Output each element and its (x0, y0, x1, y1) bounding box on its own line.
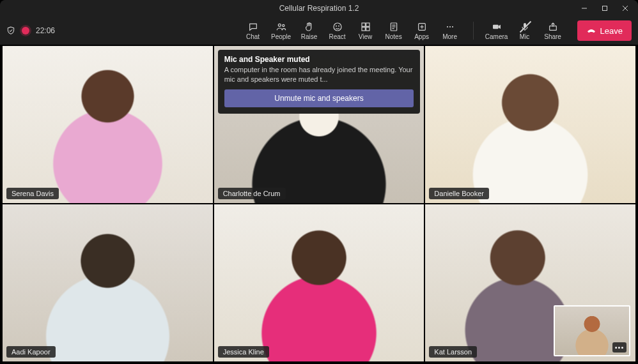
chat-label: Chat (246, 33, 260, 40)
react-label: React (329, 33, 346, 40)
notification-body: A computer in the room has already joine… (224, 65, 414, 84)
window-title: Cellular Respiration 1.2 (279, 4, 359, 13)
meeting-toolbar: 22:06 Chat People Raise (0, 17, 638, 45)
participant-name: Aadi Kapoor (6, 346, 56, 358)
close-button[interactable] (615, 0, 635, 17)
self-view-pip[interactable]: ••• (554, 305, 630, 356)
participant-tile[interactable]: Aadi Kapoor (3, 204, 213, 361)
video-placeholder (3, 204, 213, 361)
media-toolbar: Camera Mic Share (483, 18, 567, 43)
window-controls (574, 0, 635, 17)
participant-tile[interactable]: Serena Davis (3, 46, 213, 203)
svg-point-6 (334, 23, 341, 31)
svg-rect-12 (366, 27, 369, 30)
leave-button[interactable]: Leave (577, 20, 632, 41)
share-button[interactable]: Share (539, 18, 567, 43)
elapsed-time: 22:06 (36, 26, 55, 35)
share-label: Share (544, 33, 561, 40)
more-label: More (442, 33, 457, 40)
svg-point-7 (336, 26, 336, 26)
participant-tile[interactable]: Danielle Booker (425, 46, 635, 203)
more-icon (444, 22, 456, 32)
camera-label: Camera (485, 33, 508, 40)
phone-hangup-icon (586, 26, 596, 36)
notes-button[interactable]: Notes (380, 18, 408, 43)
center-toolbar: Chat People Raise React (239, 18, 464, 43)
participant-tile[interactable]: Jessica Kline (214, 204, 424, 361)
apps-button[interactable]: Apps (408, 18, 436, 43)
view-icon (360, 22, 371, 32)
svg-point-5 (282, 24, 284, 26)
svg-rect-10 (366, 23, 369, 26)
view-button[interactable]: View (352, 18, 380, 43)
minimize-button[interactable] (574, 0, 595, 17)
video-placeholder (425, 46, 635, 203)
raise-label: Raise (301, 33, 318, 40)
view-label: View (359, 33, 373, 40)
svg-point-4 (278, 24, 281, 26)
share-icon (548, 22, 558, 32)
react-icon (332, 22, 343, 32)
chat-button[interactable]: Chat (239, 18, 267, 43)
shield-icon (6, 26, 15, 35)
video-placeholder (214, 204, 424, 361)
svg-point-22 (452, 26, 453, 27)
svg-point-8 (338, 26, 339, 26)
svg-rect-23 (493, 24, 499, 29)
svg-rect-9 (362, 23, 365, 26)
people-button[interactable]: People (267, 18, 295, 43)
people-icon (276, 22, 287, 32)
camera-icon (491, 22, 502, 32)
recording-indicator-icon (22, 27, 29, 34)
svg-point-20 (447, 26, 448, 27)
notes-label: Notes (385, 33, 402, 40)
mute-notification: Mic and Speaker muted A computer in the … (218, 50, 421, 114)
notes-icon (388, 22, 400, 32)
raise-hand-button[interactable]: Raise (295, 18, 323, 43)
svg-point-21 (449, 26, 451, 27)
raise-hand-icon (304, 22, 315, 32)
video-placeholder (3, 46, 213, 203)
mic-label: Mic (520, 33, 530, 40)
apps-icon (416, 22, 428, 32)
titlebar: Cellular Respiration 1.2 (0, 0, 638, 17)
participant-name: Serena Davis (6, 188, 59, 199)
notification-title: Mic and Speaker muted (224, 55, 414, 64)
maximize-button[interactable] (595, 0, 615, 17)
participant-name: Danielle Booker (429, 188, 489, 199)
camera-button[interactable]: Camera (483, 18, 511, 43)
participant-tile[interactable]: Kat Larsson ••• (425, 204, 635, 361)
people-label: People (271, 33, 291, 40)
meeting-status: 22:06 (6, 26, 55, 35)
more-button[interactable]: More (436, 18, 464, 43)
pip-more-button[interactable]: ••• (612, 342, 626, 353)
meeting-window: Cellular Respiration 1.2 22:06 (0, 0, 638, 364)
svg-rect-1 (603, 6, 607, 11)
mic-button[interactable]: Mic (511, 18, 539, 43)
svg-rect-11 (362, 27, 365, 30)
leave-label: Leave (600, 26, 623, 36)
chat-icon (247, 22, 259, 32)
participant-name: Kat Larsson (429, 346, 477, 358)
mic-muted-icon (520, 22, 530, 32)
video-grid: Serena Davis Mic and Speaker muted A com… (0, 45, 638, 364)
participant-name: Jessica Kline (218, 346, 269, 358)
apps-label: Apps (414, 33, 429, 40)
participant-name: Charlotte de Crum (218, 188, 286, 199)
participant-tile[interactable]: Mic and Speaker muted A computer in the … (214, 46, 424, 203)
toolbar-separator (473, 22, 474, 40)
unmute-button[interactable]: Unmute mic and speakers (224, 89, 414, 107)
react-button[interactable]: React (323, 18, 352, 43)
